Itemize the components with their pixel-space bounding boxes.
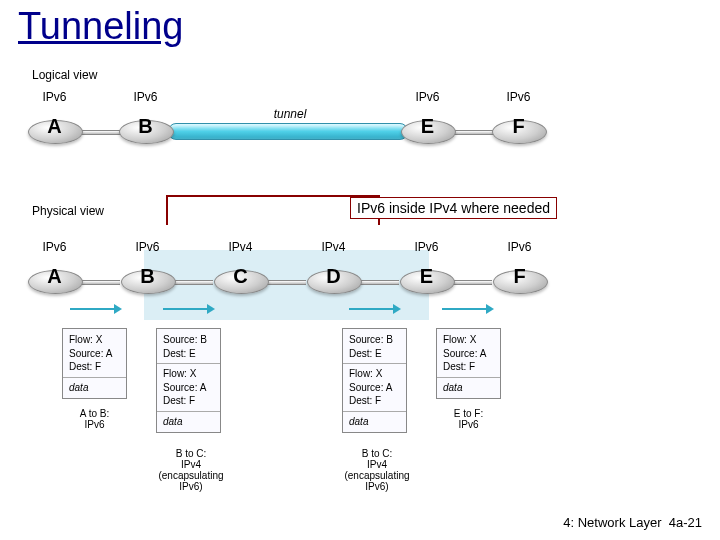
node-A-logical: A <box>28 112 81 142</box>
node-F-logical: F <box>492 112 545 142</box>
arrow-de <box>349 308 399 310</box>
packet-ab: Flow: X Source: A Dest: F data <box>62 328 127 399</box>
callout: IPv6 inside IPv4 where needed <box>350 197 557 219</box>
caption-bc: B to C: IPv4 (encapsulating IPv6) <box>146 448 236 492</box>
node-F: F <box>493 262 546 292</box>
node-E-logical: E <box>401 112 454 142</box>
arrow-ab <box>70 308 120 310</box>
proto-E: IPv6 <box>404 240 449 254</box>
node-E: E <box>400 262 453 292</box>
caption-de: B to C: IPv4 (encapsulating IPv6) <box>332 448 422 492</box>
node-B-logical: B <box>119 112 172 142</box>
footer-chapter: 4: Network Layer <box>563 515 661 530</box>
footer: 4: Network Layer 4a-21 <box>563 515 702 530</box>
node-D: D <box>307 262 360 292</box>
packet-bc: Source: B Dest: E Flow: X Source: A Dest… <box>156 328 221 433</box>
proto-F: IPv6 <box>497 240 542 254</box>
arrow-ef <box>442 308 492 310</box>
proto-B: IPv6 <box>125 240 170 254</box>
node-C: C <box>214 262 267 292</box>
tunnel-label: tunnel <box>260 107 320 121</box>
node-B: B <box>121 262 174 292</box>
proto-B-logical: IPv6 <box>123 90 168 104</box>
proto-A-logical: IPv6 <box>32 90 77 104</box>
footer-page: 4a-21 <box>669 515 702 530</box>
arrow-bc <box>163 308 213 310</box>
logical-view-label: Logical view <box>32 68 97 82</box>
proto-E-logical: IPv6 <box>405 90 450 104</box>
proto-D: IPv4 <box>311 240 356 254</box>
caption-ab: A to B: IPv6 <box>62 408 127 430</box>
callout-bracket-top <box>166 195 380 197</box>
node-A: A <box>28 262 81 292</box>
callout-bracket-left <box>166 195 168 225</box>
tunnel-pipe <box>168 123 408 140</box>
proto-A: IPv6 <box>32 240 77 254</box>
caption-ef: E to F: IPv6 <box>436 408 501 430</box>
physical-view-label: Physical view <box>32 204 104 218</box>
proto-F-logical: IPv6 <box>496 90 541 104</box>
packet-ef: Flow: X Source: A Dest: F data <box>436 328 501 399</box>
proto-C: IPv4 <box>218 240 263 254</box>
page-title: Tunneling <box>18 5 184 48</box>
packet-de: Source: B Dest: E Flow: X Source: A Dest… <box>342 328 407 433</box>
